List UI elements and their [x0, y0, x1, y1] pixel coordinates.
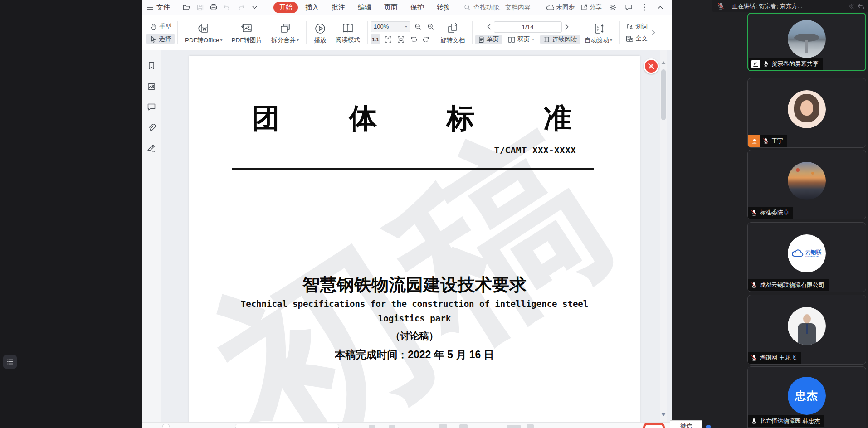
status-icon[interactable]	[527, 424, 534, 428]
redo-button[interactable]	[236, 2, 246, 12]
assistant-button[interactable]	[624, 2, 634, 12]
status-icon[interactable]	[369, 425, 375, 428]
hamburger-icon	[146, 4, 154, 10]
search-input[interactable]	[473, 4, 541, 11]
open-file-button[interactable]	[181, 2, 191, 12]
cloud-sync-button[interactable]: 未同步	[546, 3, 575, 11]
participant-tile[interactable]: 忠杰 北方恒达物流园 韩忠杰	[747, 366, 866, 428]
participant-label: 成都云钢联物流有限公司	[748, 279, 829, 291]
print-button[interactable]	[209, 2, 219, 12]
rotate-document-button[interactable]: 旋转文档	[436, 17, 469, 48]
wechat-taskbar-preview[interactable]: 微信	[670, 420, 702, 428]
collapse-left-icon[interactable]	[848, 3, 854, 10]
zoom-level-select[interactable]: 100% ▾	[371, 21, 410, 32]
company-logo-subtext: YUNGANGLIAN	[805, 255, 822, 258]
ribbon-expander[interactable]	[652, 17, 655, 48]
continuous-reading-icon	[543, 36, 550, 43]
wps-taskbar-logo[interactable]	[643, 423, 665, 428]
reply-arrow-icon[interactable]	[857, 3, 864, 10]
tab-comment[interactable]: 批注	[326, 2, 351, 13]
document-viewport[interactable]: 初稿 团 体 标 准 T/CAMT XXX-XXXX 智慧钢铁物流园建设技术要求…	[161, 50, 672, 422]
previous-page-button[interactable]	[487, 24, 491, 30]
task-list-toggle-button[interactable]	[3, 355, 17, 369]
zoom-out-button[interactable]	[413, 22, 423, 32]
scrollbar-up-arrow[interactable]	[661, 61, 666, 64]
comments-icon[interactable]	[147, 103, 156, 111]
caret-down-icon: ▾	[297, 39, 299, 42]
one-to-one-label: 1:1	[372, 37, 379, 42]
participant-tile[interactable]: 云钢联 YUNGANGLIAN 成都云钢联物流有限公司	[747, 222, 866, 292]
fit-page-button[interactable]	[383, 34, 393, 44]
play-label: 播放	[314, 37, 327, 44]
pdf-to-office-button[interactable]: PDF转Office▾	[180, 17, 227, 48]
pdf-to-image-button[interactable]: PDF转图片	[227, 17, 267, 48]
rotate-document-label: 旋转文档	[440, 37, 465, 44]
select-tool-button[interactable]: 选择	[146, 34, 175, 44]
search-box[interactable]	[464, 4, 541, 11]
fit-width-icon	[397, 36, 405, 43]
tab-protect[interactable]: 保护	[405, 2, 429, 13]
status-icon[interactable]	[439, 424, 447, 428]
collapse-ribbon-button[interactable]	[655, 2, 665, 12]
tab-page[interactable]: 页面	[379, 2, 403, 13]
quick-actions-dropdown[interactable]	[249, 2, 259, 12]
scrollbar-down-arrow[interactable]	[661, 413, 666, 416]
reading-mode-button[interactable]: 阅读模式	[331, 17, 365, 48]
actual-size-button[interactable]: 1:1	[371, 34, 380, 44]
split-merge-button[interactable]: 拆分合并▾	[267, 17, 303, 48]
settings-button[interactable]	[608, 2, 618, 12]
draft-note: （讨论稿）	[189, 330, 640, 342]
participant-tile[interactable]: 贺宗春的屏幕共享	[747, 13, 866, 71]
status-input-box[interactable]	[235, 424, 339, 428]
full-translate-button[interactable]: 全文	[623, 34, 651, 44]
tab-convert[interactable]: 转换	[431, 2, 456, 13]
tab-edit[interactable]: 编辑	[352, 2, 377, 13]
avatar-illustrated-girl	[788, 90, 826, 128]
zoom-in-button[interactable]	[426, 22, 436, 32]
menubar-right-cluster: 未同步 分享	[546, 2, 666, 12]
tab-home[interactable]: 开始	[273, 2, 298, 13]
next-page-button[interactable]	[565, 24, 569, 30]
participant-tile[interactable]: 王宇	[747, 78, 866, 148]
pdf-to-image-icon	[240, 22, 253, 35]
undo-button[interactable]	[222, 2, 232, 12]
status-icon[interactable]	[459, 424, 468, 428]
images-icon[interactable]	[147, 82, 156, 91]
share-label: 分享	[590, 3, 602, 11]
auto-scroll-button[interactable]: 自动滚动▾	[580, 17, 617, 48]
mic-muted-icon[interactable]	[717, 2, 724, 10]
tab-insert[interactable]: 插入	[300, 2, 324, 13]
single-page-button[interactable]: 单页	[475, 35, 502, 44]
attachments-icon[interactable]	[147, 123, 156, 132]
participant-tile[interactable]: 淘钢网 王龙飞	[747, 295, 866, 365]
undo-icon	[223, 4, 231, 11]
double-page-button[interactable]: 双页 ▾	[505, 35, 537, 44]
status-icon[interactable]	[389, 425, 395, 428]
thumbnail-toggle-icon[interactable]	[162, 424, 170, 428]
more-options-button[interactable]	[639, 2, 649, 12]
rotate-left-button[interactable]	[409, 34, 419, 44]
word-translate-icon	[626, 24, 633, 30]
ribbon-tabs: 开始 插入 批注 编辑 页面 保护 转换	[273, 2, 456, 13]
edit-disabled-badge[interactable]	[644, 58, 659, 74]
page-indicator-input[interactable]	[494, 21, 562, 33]
play-button[interactable]: 播放	[309, 17, 331, 48]
scrollbar-thumb[interactable]	[661, 69, 666, 120]
rotate-right-button[interactable]	[421, 34, 431, 44]
continuous-reading-button[interactable]: 连续阅读	[540, 35, 580, 44]
word-translate-button[interactable]: 划词	[623, 22, 651, 32]
file-menu[interactable]: 文件	[146, 3, 170, 12]
search-icon	[464, 4, 471, 11]
share-button[interactable]: 分享	[580, 3, 602, 11]
participant-name: 王宇	[771, 137, 783, 145]
fit-page-icon	[385, 36, 392, 43]
word-translate-label: 划词	[635, 24, 648, 30]
bookmarks-icon[interactable]	[147, 61, 156, 70]
participant-tile[interactable]: 标准委陈卓	[747, 150, 866, 219]
save-button[interactable]	[195, 2, 205, 12]
signature-icon[interactable]	[146, 144, 156, 153]
heading-char: 体	[349, 99, 377, 137]
status-icon[interactable]	[507, 425, 521, 428]
hand-tool-button[interactable]: 手型	[146, 22, 175, 32]
fit-width-button[interactable]	[396, 34, 406, 44]
